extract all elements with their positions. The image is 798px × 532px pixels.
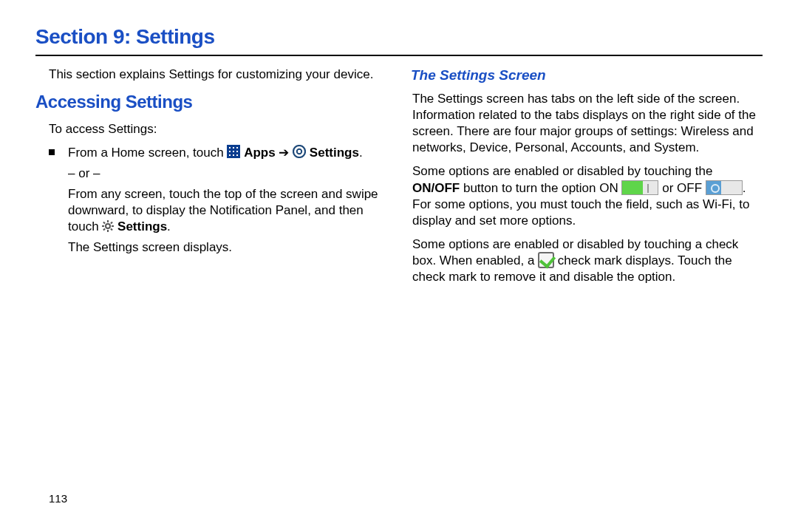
accessing-settings-heading: Accessing Settings	[35, 90, 389, 113]
apps-grid-icon	[227, 145, 240, 158]
settings-label-2: Settings	[117, 219, 167, 233]
toggle-on-icon	[621, 180, 658, 195]
right-column: The Settings Screen The Settings screen …	[409, 66, 763, 293]
svg-rect-8	[111, 228, 114, 231]
apps-label: Apps	[244, 146, 276, 160]
svg-point-2	[106, 224, 110, 228]
settings-label: Settings	[310, 146, 359, 160]
page-title: Section 9: Settings	[35, 24, 763, 56]
para-tabs: The Settings screen has tabs on the left…	[409, 91, 763, 156]
gear-icon	[102, 220, 114, 232]
svg-point-0	[293, 146, 305, 157]
svg-rect-7	[103, 221, 106, 224]
page-number: 113	[49, 491, 67, 506]
two-column-layout: This section explains Settings for custo…	[35, 66, 763, 293]
any-screen-text: From any screen, touch the top of the sc…	[68, 187, 378, 233]
lead-text: To access Settings:	[35, 121, 389, 137]
settings-ring-icon	[293, 145, 306, 158]
left-column: This section explains Settings for custo…	[35, 66, 389, 293]
screen-displays-text: The Settings screen displays.	[68, 239, 389, 256]
bullet-square-icon	[49, 149, 55, 155]
svg-rect-9	[111, 221, 114, 224]
onoff-pre: Some options are enabled or disabled by …	[412, 164, 712, 178]
period-2: .	[167, 219, 171, 233]
bullet-item: From a Home screen, touch Apps ➔ Setting…	[35, 145, 389, 261]
or-text: – or –	[68, 166, 389, 182]
svg-point-1	[297, 149, 301, 154]
from-home-line: From a Home screen, touch Apps ➔ Setting…	[68, 145, 389, 161]
onoff-label: ON/OFF	[412, 181, 460, 195]
checkbox-checked-icon	[538, 252, 554, 268]
arrow-text: ➔	[279, 146, 293, 160]
bullet-content: From a Home screen, touch Apps ➔ Setting…	[68, 145, 389, 261]
svg-rect-5	[102, 225, 104, 227]
intro-text: This section explains Settings for custo…	[35, 66, 389, 83]
svg-rect-6	[112, 225, 114, 227]
period: .	[359, 146, 363, 160]
para-checkbox: Some options are enabled or disabled by …	[409, 236, 763, 286]
para-onoff: Some options are enabled or disabled by …	[409, 163, 763, 228]
settings-screen-heading: The Settings Screen	[409, 66, 763, 85]
toggle-off-icon	[706, 180, 743, 195]
svg-rect-10	[103, 228, 106, 231]
from-home-prefix: From a Home screen, touch	[68, 146, 227, 160]
svg-rect-3	[107, 220, 109, 222]
onoff-mid1: button to turn the option ON	[460, 181, 621, 195]
svg-rect-4	[107, 230, 109, 232]
onoff-mid2: or OFF	[662, 181, 706, 195]
from-any-screen-line: From any screen, touch the top of the sc…	[68, 186, 389, 235]
